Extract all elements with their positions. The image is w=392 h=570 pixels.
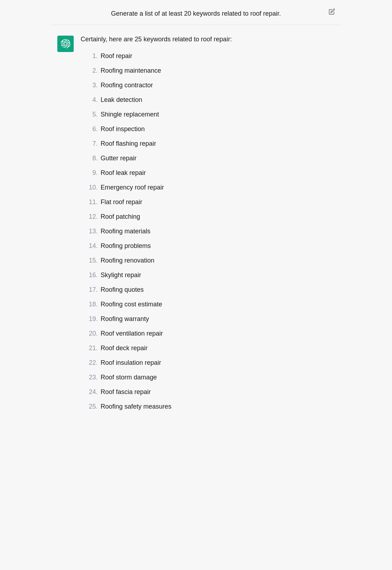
list-item: 4.Leak detection bbox=[81, 93, 335, 107]
keyword-text: Roofing contractor bbox=[101, 82, 153, 89]
keyword-number: 10. bbox=[81, 184, 98, 191]
keyword-number: 12. bbox=[81, 213, 98, 221]
keyword-text: Gutter repair bbox=[101, 155, 137, 162]
list-item: 15.Roofing renovation bbox=[81, 253, 335, 268]
keyword-number: 5. bbox=[81, 111, 98, 118]
page-container: Generate a list of at least 20 keywords … bbox=[36, 0, 356, 428]
keyword-number: 11. bbox=[81, 198, 98, 206]
keyword-text: Roof flashing repair bbox=[101, 140, 156, 147]
keyword-list: 1.Roof repair2.Roofing maintenance3.Roof… bbox=[81, 49, 335, 414]
list-item: 13.Roofing materials bbox=[81, 224, 335, 239]
keyword-text: Roofing quotes bbox=[101, 286, 144, 294]
list-item: 2.Roofing maintenance bbox=[81, 63, 335, 78]
keyword-text: Roof repair bbox=[101, 52, 132, 60]
keyword-number: 17. bbox=[81, 286, 98, 294]
list-item: 3.Roofing contractor bbox=[81, 78, 335, 93]
keyword-number: 22. bbox=[81, 359, 98, 367]
keyword-text: Roof inspection bbox=[101, 125, 145, 133]
list-item: 16.Skylight repair bbox=[81, 268, 335, 283]
keyword-text: Roof ventilation repair bbox=[101, 330, 163, 337]
keyword-text: Roofing cost estimate bbox=[101, 301, 162, 308]
prompt-text: Generate a list of at least 20 keywords … bbox=[111, 10, 281, 17]
list-item: 9.Roof leak repair bbox=[81, 166, 335, 180]
list-item: 20.Roof ventilation repair bbox=[81, 326, 335, 341]
response-container: Certainly, here are 25 keywords related … bbox=[50, 25, 342, 428]
list-item: 6.Roof inspection bbox=[81, 122, 335, 136]
edit-button[interactable] bbox=[329, 8, 335, 16]
response-content: Certainly, here are 25 keywords related … bbox=[81, 36, 335, 414]
keyword-text: Roofing materials bbox=[101, 228, 151, 235]
response-intro: Certainly, here are 25 keywords related … bbox=[81, 36, 335, 43]
keyword-number: 8. bbox=[81, 155, 98, 162]
keyword-text: Roof patching bbox=[101, 213, 140, 221]
keyword-text: Shingle replacement bbox=[101, 111, 159, 118]
keyword-text: Roofing renovation bbox=[101, 257, 155, 264]
keyword-text: Emergency roof repair bbox=[101, 184, 164, 191]
list-item: 18.Roofing cost estimate bbox=[81, 297, 335, 312]
keyword-number: 19. bbox=[81, 315, 98, 323]
keyword-text: Roof leak repair bbox=[101, 169, 146, 177]
list-item: 23.Roof storm damage bbox=[81, 370, 335, 385]
list-item: 12.Roof patching bbox=[81, 209, 335, 224]
keyword-text: Roof fascia repair bbox=[101, 388, 151, 396]
keyword-number: 25. bbox=[81, 403, 98, 410]
list-item: 14.Roofing problems bbox=[81, 239, 335, 253]
keyword-text: Flat roof repair bbox=[101, 198, 142, 206]
keyword-number: 20. bbox=[81, 330, 98, 337]
keyword-text: Roofing problems bbox=[101, 242, 151, 250]
list-item: 5.Shingle replacement bbox=[81, 107, 335, 122]
keyword-number: 7. bbox=[81, 140, 98, 147]
keyword-text: Roofing warranty bbox=[101, 315, 149, 323]
list-item: 8.Gutter repair bbox=[81, 151, 335, 166]
keyword-text: Roofing maintenance bbox=[101, 67, 161, 74]
keyword-number: 16. bbox=[81, 271, 98, 279]
list-item: 7.Roof flashing repair bbox=[81, 136, 335, 151]
keyword-number: 13. bbox=[81, 228, 98, 235]
keyword-number: 4. bbox=[81, 96, 98, 104]
keyword-number: 24. bbox=[81, 388, 98, 396]
keyword-number: 3. bbox=[81, 82, 98, 89]
keyword-text: Roof insulation repair bbox=[101, 359, 161, 367]
list-item: 24.Roof fascia repair bbox=[81, 385, 335, 399]
keyword-text: Roof storm damage bbox=[101, 374, 157, 381]
keyword-number: 21. bbox=[81, 344, 98, 352]
keyword-text: Leak detection bbox=[101, 96, 142, 104]
list-item: 10.Emergency roof repair bbox=[81, 180, 335, 195]
keyword-number: 14. bbox=[81, 242, 98, 250]
list-item: 22.Roof insulation repair bbox=[81, 356, 335, 370]
keyword-number: 9. bbox=[81, 169, 98, 177]
chatgpt-avatar bbox=[57, 36, 74, 52]
keyword-number: 6. bbox=[81, 125, 98, 133]
keyword-number: 15. bbox=[81, 257, 98, 264]
list-item: 25.Roofing safety measures bbox=[81, 399, 335, 414]
keyword-number: 23. bbox=[81, 374, 98, 381]
list-item: 19.Roofing warranty bbox=[81, 312, 335, 326]
keyword-number: 1. bbox=[81, 52, 98, 60]
list-item: 1.Roof repair bbox=[81, 49, 335, 63]
keyword-number: 2. bbox=[81, 67, 98, 74]
keyword-number: 18. bbox=[81, 301, 98, 308]
keyword-text: Roof deck repair bbox=[101, 344, 148, 352]
list-item: 21.Roof deck repair bbox=[81, 341, 335, 356]
prompt-bar: Generate a list of at least 20 keywords … bbox=[50, 0, 342, 25]
list-item: 17.Roofing quotes bbox=[81, 283, 335, 297]
keyword-text: Roofing safety measures bbox=[101, 403, 172, 410]
list-item: 11.Flat roof repair bbox=[81, 195, 335, 209]
keyword-text: Skylight repair bbox=[101, 271, 141, 279]
